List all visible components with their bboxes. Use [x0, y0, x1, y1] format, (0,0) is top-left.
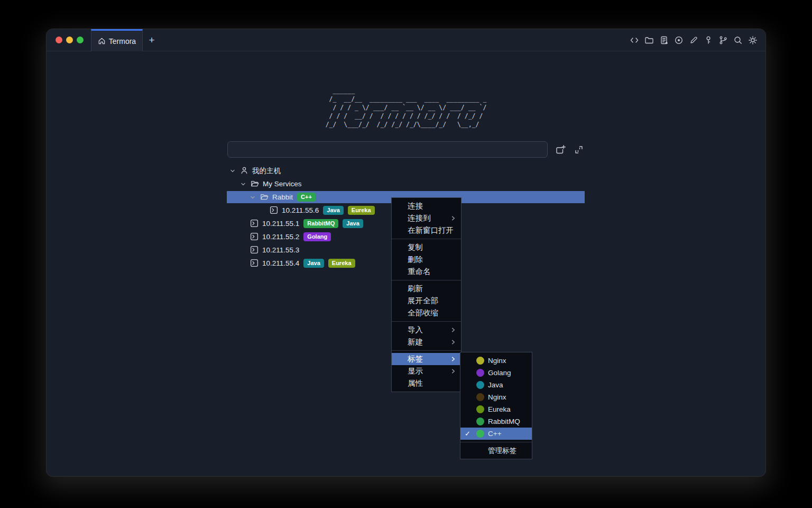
tag-badge: RabbitMQ — [303, 219, 338, 228]
terminal-icon — [250, 232, 259, 241]
tab-title: Termora — [109, 37, 136, 46]
menu-item-show[interactable]: 显示 — [392, 365, 461, 377]
traffic-lights — [47, 29, 91, 51]
terminal-icon — [250, 246, 259, 255]
code-button[interactable] — [629, 35, 639, 45]
submenu-arrow-icon — [450, 367, 456, 376]
menu-item-open-in-new-window[interactable]: 在新窗口打开 — [392, 224, 461, 237]
menu-item-connect-to[interactable]: 连接到 — [392, 212, 461, 224]
home-icon — [98, 37, 106, 45]
tree-row-my-services[interactable]: My Services — [47, 177, 765, 190]
menu-item-copy[interactable]: 复制 — [392, 241, 461, 253]
tree-row-label: Rabbit — [272, 193, 293, 201]
folder-icon — [644, 35, 654, 45]
terminal-icon — [270, 206, 279, 215]
terminal-icon — [250, 259, 259, 268]
menu-separator — [392, 321, 461, 322]
tag-color-dot — [476, 393, 484, 401]
tag-color-dot — [476, 369, 484, 377]
branch-button[interactable] — [718, 35, 728, 45]
tab-termora[interactable]: Termora — [91, 29, 143, 51]
folder-button[interactable] — [644, 35, 654, 45]
tag-color-dot — [476, 381, 484, 389]
menu-item-expand-all[interactable]: 展开全部 — [392, 295, 461, 307]
new-tab-button[interactable]: + — [143, 29, 161, 51]
ascii-logo: ______ /_ __/__ _________ ___ ____ _____… — [326, 86, 487, 129]
tree-row-label: My Services — [263, 180, 302, 188]
tag-badge: Java — [303, 259, 324, 268]
toolbar — [629, 29, 765, 51]
search-icon — [733, 35, 743, 45]
submenu-arrow-icon — [450, 338, 456, 347]
key-icon — [704, 35, 713, 45]
menu-item-connect[interactable]: 连接 — [392, 200, 461, 212]
tree-row-my-hosts[interactable]: 我的主机 — [47, 164, 765, 177]
menu-item-properties[interactable]: 属性 — [392, 377, 461, 389]
menu-separator — [392, 280, 461, 280]
key-button[interactable] — [703, 35, 713, 45]
menu-item-delete[interactable]: 删除 — [392, 253, 461, 266]
zoom-window-button[interactable] — [77, 37, 84, 43]
code-icon — [630, 35, 639, 45]
minimize-window-button[interactable] — [66, 37, 73, 43]
menu-separator — [392, 350, 461, 351]
tag-item-java[interactable]: Java — [460, 379, 532, 391]
settings-icon — [748, 35, 758, 45]
menu-item-collapse-all[interactable]: 全部收缩 — [392, 307, 461, 319]
tag-item-rabbitmq[interactable]: RabbitMQ — [460, 415, 532, 428]
record-button[interactable] — [673, 35, 684, 45]
tag-item-nginx-2[interactable]: Nginx — [460, 391, 532, 403]
submenu-arrow-icon — [450, 214, 456, 223]
folder-open-icon — [251, 179, 260, 188]
tag-item-golang[interactable]: Golang — [460, 367, 532, 379]
menu-item-import[interactable]: 导入 — [392, 324, 461, 336]
tree-row-label: 我的主机 — [252, 166, 281, 176]
tag-badge: Eureka — [328, 259, 355, 268]
search-button[interactable] — [733, 35, 743, 45]
new-host-icon — [555, 144, 566, 155]
log-icon — [659, 35, 669, 45]
terminal-icon — [250, 219, 259, 228]
tag-color-dot — [476, 357, 484, 365]
tree-row-label: 10.211.55.1 — [262, 220, 299, 228]
manage-tags-item[interactable]: 管理标签 — [460, 444, 532, 457]
folder-open-icon — [260, 193, 269, 202]
menu-item-new[interactable]: 新建 — [392, 336, 461, 348]
tag-badge: Golang — [303, 232, 331, 241]
tag-color-dot — [476, 418, 484, 425]
quick-connect-input[interactable] — [227, 141, 548, 158]
edit-button[interactable] — [688, 35, 698, 45]
tag-badge: Eureka — [348, 206, 375, 215]
tag-badge: Java — [323, 206, 343, 215]
new-host-button[interactable] — [555, 144, 566, 156]
menu-separator — [392, 239, 461, 239]
settings-button[interactable] — [748, 35, 758, 45]
chevron-down-icon[interactable] — [250, 194, 256, 201]
split-layout-icon — [574, 144, 584, 155]
menu-item-refresh[interactable]: 刷新 — [392, 283, 461, 295]
tree-row-label: 10.211.55.2 — [262, 233, 299, 241]
tag-badge: C++ — [297, 193, 316, 202]
submenu-arrow-icon — [450, 326, 456, 334]
tag-submenu: Nginx Golang Java Nginx Eureka Rabb — [460, 352, 532, 459]
menu-item-tags[interactable]: 标签 — [392, 353, 461, 365]
tree-row-label: 10.211.55.4 — [262, 259, 299, 267]
quick-connect-bar — [227, 141, 585, 158]
split-layout-button[interactable] — [573, 144, 585, 156]
chevron-down-icon[interactable] — [240, 181, 246, 187]
log-button[interactable] — [659, 35, 669, 45]
titlebar: Termora + — [47, 29, 765, 51]
tag-item-eureka[interactable]: Eureka — [460, 403, 532, 415]
edit-icon — [689, 35, 698, 45]
tag-item-cpp[interactable]: ✓ C++ — [460, 428, 532, 440]
context-menu: 连接 连接到 在新窗口打开 复制 删除 重命名 刷新 展开全部 全部收缩 导入 … — [391, 197, 462, 392]
tag-badge: Java — [343, 219, 363, 228]
tag-color-dot — [476, 405, 484, 413]
record-icon — [674, 35, 684, 45]
menu-item-rename[interactable]: 重命名 — [392, 266, 461, 278]
chevron-down-icon[interactable] — [229, 168, 236, 174]
branch-icon — [718, 35, 728, 45]
tag-item-nginx[interactable]: Nginx — [460, 355, 532, 367]
app-window: Termora + ______ /_ __/__ _________ ___ … — [47, 29, 765, 476]
close-window-button[interactable] — [56, 37, 62, 43]
